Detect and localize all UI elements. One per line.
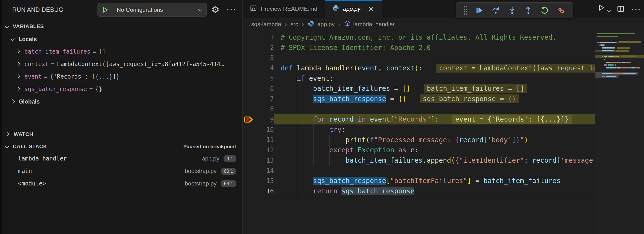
restart-button[interactable] — [540, 6, 549, 15]
code-line-6[interactable]: 6 batch_item_failures = []batch_item_fai… — [242, 83, 596, 94]
line-content — [274, 53, 596, 63]
more-actions-icon[interactable]: ⋯ — [226, 3, 236, 14]
line-number: 14 — [255, 167, 274, 174]
chevron-right-icon — [16, 62, 20, 66]
breadcrumb-item[interactable]: src — [290, 21, 298, 28]
code-line-11[interactable]: 11 print(f"Processed message: {record['b… — [242, 135, 596, 145]
line-content: for record in event["Records"]:event = {… — [274, 114, 596, 125]
start-debug-icon[interactable] — [102, 6, 109, 13]
code-line-4[interactable]: 4def lambda_handler(event, context):cont… — [242, 63, 596, 73]
variables-label: VARIABLES — [13, 23, 44, 29]
breadcrumb-label: lambda_handler — [353, 21, 395, 28]
breakpoint-current-icon[interactable] — [244, 115, 254, 124]
chevron-right-icon — [6, 132, 9, 136]
code-line-12[interactable]: 12 except Exception as e: — [242, 145, 596, 155]
frame-position-badge: 60:1 — [221, 168, 236, 175]
code-line-13[interactable]: 13 batch_item_failures.append({"itemIden… — [242, 155, 596, 166]
variable-value: LambdaContext([aws_request_id=a8fa412f-a… — [57, 61, 224, 68]
line-number: 11 — [255, 136, 274, 143]
code-line-14[interactable]: 14 — [242, 166, 596, 176]
breadcrumb-label: app.py — [317, 21, 334, 28]
tab-preview-readme-md[interactable]: Preview README.md — [242, 0, 325, 18]
gutter[interactable] — [242, 63, 255, 73]
continue-button[interactable] — [475, 6, 484, 15]
code-editor[interactable]: 1# Copyright Amazon.com, Inc. or its aff… — [242, 31, 644, 234]
callstack-section-header[interactable]: CALL STACK Paused on breakpoint — [0, 140, 242, 153]
disconnect-button[interactable] — [557, 6, 565, 15]
code-line-15[interactable]: 15 sqs_batch_response["batchItemFailures… — [242, 176, 596, 186]
breadcrumb-item[interactable]: lambda_handler — [344, 20, 395, 28]
step-over-button[interactable] — [492, 6, 500, 15]
code-line-3[interactable]: 3 — [242, 53, 596, 63]
variable-value: {} — [95, 86, 102, 93]
inline-debug-value: context = LambdaContext([aws_request_id=… — [436, 64, 596, 73]
variable-name: batch_item_failures — [24, 48, 90, 55]
gutter[interactable] — [242, 145, 255, 155]
gutter[interactable] — [242, 155, 255, 166]
code-line-2[interactable]: 2# SPDX-License-Identifier: Apache-2.0 — [242, 42, 596, 53]
variable-row[interactable]: event={'Records': [{...}]} — [0, 71, 242, 83]
scope-globals[interactable]: Globals — [0, 96, 242, 108]
code-line-1[interactable]: 1# Copyright Amazon.com, Inc. or its aff… — [242, 32, 596, 42]
gutter[interactable] — [242, 124, 255, 135]
line-number: 2 — [255, 44, 274, 51]
line-number: 7 — [255, 95, 274, 102]
gutter[interactable] — [242, 94, 255, 104]
split-editor-button[interactable] — [616, 5, 625, 13]
code-line-7[interactable]: 7 sqs_batch_response = {}sqs_batch_respo… — [242, 94, 596, 104]
line-content: # Copyright Amazon.com, Inc. or its affi… — [274, 32, 596, 42]
line-number: 8 — [255, 106, 274, 113]
gutter[interactable] — [242, 114, 255, 125]
variable-name: event — [24, 73, 42, 80]
close-icon[interactable]: × — [368, 5, 375, 13]
code-line-16[interactable]: 16 return sqs_batch_response — [242, 186, 596, 196]
line-number: 1 — [255, 34, 274, 41]
python-icon — [308, 20, 315, 29]
frame-name: lambda_handler — [18, 155, 202, 162]
line-content: try: — [274, 124, 596, 135]
drag-handle[interactable] — [464, 6, 467, 15]
variable-row[interactable]: batch_item_failures=[] — [0, 46, 242, 58]
paused-status: Paused on breakpoint — [184, 144, 236, 149]
breadcrumb-item[interactable]: app.py — [308, 20, 334, 29]
callstack-frame[interactable]: mainbootstrap.py60:1 — [0, 165, 242, 177]
variable-row[interactable]: sqs_batch_response={} — [0, 83, 242, 95]
variables-section-header[interactable]: VARIABLES — [0, 21, 242, 32]
watch-section-header[interactable]: WATCH — [0, 128, 242, 140]
gear-icon[interactable]: ⚙ — [211, 4, 220, 15]
launch-config-dropdown[interactable]: No Configurations — [98, 3, 207, 16]
line-number: 6 — [255, 85, 274, 92]
breadcrumb-item[interactable]: sqs-lambda — [251, 21, 281, 28]
gutter[interactable] — [242, 166, 255, 176]
tab-app-py[interactable]: app.py× — [325, 0, 382, 18]
python-icon — [332, 4, 339, 13]
gutter[interactable] — [242, 186, 255, 196]
code-line-8[interactable]: 8 — [242, 104, 596, 114]
gutter[interactable] — [242, 42, 255, 53]
more-button[interactable]: ⋯ — [631, 6, 641, 11]
line-content: if event: — [274, 73, 596, 84]
code-line-10[interactable]: 10 try: — [242, 124, 596, 135]
gutter[interactable] — [242, 176, 255, 186]
step-out-button[interactable] — [524, 6, 532, 15]
line-content — [274, 166, 596, 176]
variable-row[interactable]: context=LambdaContext([aws_request_id=a8… — [0, 58, 242, 70]
step-into-button[interactable] — [508, 6, 516, 15]
gutter[interactable] — [242, 135, 255, 145]
inline-debug-value: sqs_batch_response = {} — [420, 94, 519, 103]
run-button[interactable] — [597, 3, 610, 14]
gutter[interactable] — [242, 73, 255, 84]
callstack-frame[interactable]: <module>bootstrap.py63:1 — [0, 177, 242, 190]
minimap[interactable] — [596, 31, 644, 234]
scope-locals[interactable]: Locals — [0, 33, 242, 45]
gutter[interactable] — [242, 53, 255, 63]
dropdown-divider — [112, 3, 112, 16]
markdown-preview-icon — [250, 4, 257, 13]
gutter[interactable] — [242, 104, 255, 114]
code-line-5[interactable]: 5 if event: — [242, 73, 596, 84]
gutter[interactable] — [242, 32, 255, 42]
gutter[interactable] — [242, 83, 255, 94]
code-line-9[interactable]: 9 for record in event["Records"]:event =… — [242, 114, 596, 125]
line-content: def lambda_handler(event, context):conte… — [274, 63, 596, 73]
callstack-frame[interactable]: lambda_handlerapp.py9:1 — [0, 152, 242, 165]
